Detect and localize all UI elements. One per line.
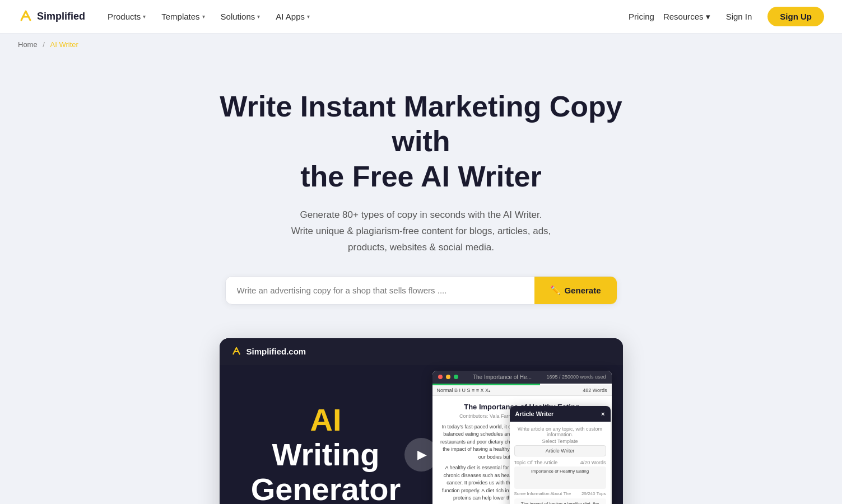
ai-info-row: Some Information About The 29/240 Tops bbox=[514, 491, 606, 496]
ai-panel-header: Article Writer × bbox=[510, 406, 611, 422]
video-content: AI Writing Generator ▶ The Importance of bbox=[220, 365, 623, 504]
doc-format-bar: Normal B I U S ≡ ≡ X X₂ 482 Words bbox=[432, 385, 612, 396]
doc-toolbar: The Importance of He... 1695 / 250000 wo… bbox=[432, 371, 612, 384]
nav-item-ai-apps[interactable]: AI Apps ▾ bbox=[269, 7, 317, 26]
ai-writer-panel: Article Writer × Write article on any to… bbox=[510, 406, 611, 504]
doc-preview-area: The Importance of He... 1695 / 250000 wo… bbox=[432, 365, 623, 504]
ai-topic-label: Topic Of The Article bbox=[514, 460, 558, 465]
ai-placeholder-label: Write article on any topic, with custom … bbox=[514, 426, 606, 437]
window-maximize-dot bbox=[454, 375, 458, 379]
navbar: Simplified Products ▾ Templates ▾ Soluti… bbox=[0, 0, 842, 34]
nav-item-products[interactable]: Products ▾ bbox=[101, 7, 152, 26]
search-bar: ✏️ Generate bbox=[225, 276, 617, 305]
chevron-down-icon: ▾ bbox=[307, 13, 310, 20]
doc-word-count: 1695 / 250000 words used bbox=[546, 374, 606, 380]
ai-panel-close-icon[interactable]: × bbox=[601, 410, 604, 417]
video-left-text: AI Writing Generator bbox=[220, 365, 432, 504]
ai-topic-row: Topic Of The Article 4/20 Words bbox=[514, 460, 606, 465]
ai-select[interactable]: Article Writer bbox=[514, 445, 606, 456]
generate-icon: ✏️ bbox=[550, 285, 561, 295]
nav-pricing[interactable]: Pricing bbox=[629, 12, 654, 21]
hero-title-line1: Write Instant Marketing Copy with bbox=[220, 90, 622, 157]
chevron-down-icon: ▾ bbox=[257, 13, 260, 20]
play-button[interactable]: ▶ bbox=[404, 438, 438, 472]
nav-solutions-label: Solutions bbox=[221, 12, 255, 21]
nav-ai-apps-label: AI Apps bbox=[276, 12, 305, 21]
window-minimize-dot bbox=[446, 375, 450, 379]
breadcrumb-current: AI Writer bbox=[50, 40, 78, 49]
nav-item-solutions[interactable]: Solutions ▾ bbox=[214, 7, 267, 26]
chevron-down-icon: ▾ bbox=[706, 12, 710, 22]
nav-item-templates[interactable]: Templates ▾ bbox=[155, 7, 211, 26]
signup-button[interactable]: Sign Up bbox=[767, 7, 824, 26]
brand-logo[interactable]: Simplified bbox=[18, 9, 85, 25]
ai-generated-text: The impact of having a healthy diet, the… bbox=[514, 498, 606, 504]
search-input[interactable] bbox=[226, 277, 535, 304]
ai-info-count: 29/240 Tops bbox=[582, 491, 606, 496]
play-icon: ▶ bbox=[417, 447, 427, 462]
video-section: Simplified.com AI Writing Generator ▶ bbox=[220, 338, 623, 504]
generate-label: Generate bbox=[564, 286, 601, 295]
hero-title-line2: the Free AI Writer bbox=[300, 160, 542, 193]
hero-title: Write Instant Marketing Copy with the Fr… bbox=[220, 89, 623, 194]
brand-name: Simplified bbox=[37, 11, 85, 22]
signin-button[interactable]: Sign In bbox=[719, 7, 759, 26]
breadcrumb: Home / AI Writer bbox=[0, 34, 842, 55]
ai-panel-title: Article Writer bbox=[515, 410, 554, 417]
doc-words-label: 482 Words bbox=[583, 388, 607, 393]
ai-topic-count: 4/20 Words bbox=[580, 460, 606, 465]
video-label-ai: AI bbox=[242, 403, 410, 437]
nav-products-label: Products bbox=[108, 12, 141, 21]
hero-section: Write Instant Marketing Copy with the Fr… bbox=[0, 55, 842, 504]
chevron-down-icon: ▾ bbox=[202, 13, 205, 20]
nav-right: Pricing Resources ▾ Sign In Sign Up bbox=[629, 7, 824, 26]
chevron-down-icon: ▾ bbox=[143, 13, 146, 20]
ai-panel-body: Write article on any topic, with custom … bbox=[510, 422, 611, 504]
format-options: Normal B I U S ≡ ≡ X X₂ bbox=[437, 388, 491, 393]
video-logo-text: Simplified.com bbox=[246, 347, 306, 356]
hero-description: Generate 80+ types of copy in seconds wi… bbox=[259, 207, 584, 256]
nav-resources[interactable]: Resources ▾ bbox=[663, 12, 710, 22]
video-label-generator: Generator bbox=[242, 472, 410, 504]
ai-select-label: Select Template bbox=[514, 438, 606, 444]
breadcrumb-home-link[interactable]: Home bbox=[18, 40, 38, 49]
ai-topic-input[interactable]: Importance of Healthy Eating bbox=[514, 466, 606, 489]
generate-button[interactable]: ✏️ Generate bbox=[534, 277, 616, 304]
nav-templates-label: Templates bbox=[161, 12, 199, 21]
doc-title-bar-text: The Importance of He... bbox=[462, 374, 543, 380]
window-close-dot bbox=[438, 375, 443, 379]
nav-links: Products ▾ Templates ▾ Solutions ▾ AI Ap… bbox=[101, 7, 629, 26]
video-header: Simplified.com bbox=[220, 338, 623, 365]
breadcrumb-separator: / bbox=[43, 40, 45, 49]
video-label-writing: Writing bbox=[242, 437, 410, 472]
ai-info-label: Some Information About The bbox=[514, 491, 571, 496]
nav-resources-label: Resources bbox=[663, 12, 704, 21]
